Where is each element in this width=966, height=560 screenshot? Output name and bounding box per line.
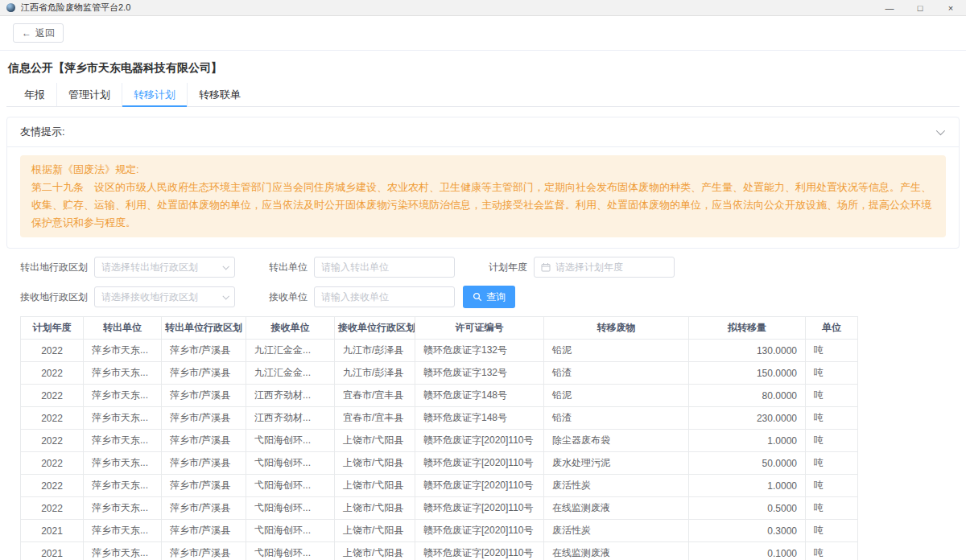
table-cell: 铅泥 (544, 385, 689, 407)
notice-panel: 友情提示: 根据新《固废法》规定: 第二十九条 设区的市级人民政府生态环境主管部… (6, 117, 960, 249)
table-cell: 萍乡市天东... (84, 340, 162, 362)
table-cell: 赣环危废证字148号 (415, 407, 544, 430)
tab-annual-report[interactable]: 年报 (13, 83, 56, 106)
in-region-label: 接收地行政区划 (20, 290, 88, 304)
table-cell: 江西齐劲材... (246, 407, 335, 430)
table-cell: 萍乡市/芦溪县 (162, 475, 246, 497)
in-region-placeholder: 请选择接收地行政区划 (101, 290, 223, 304)
transfer-plan-table: 计划年度 转出单位 转出单位行政区划 接收单位 接收单位行政区划 许可证编号 转… (20, 316, 857, 560)
in-unit-input-wrap (314, 286, 455, 307)
table-cell: 2021 (21, 542, 84, 560)
plan-year-datepicker[interactable]: 请选择计划年度 (534, 257, 675, 278)
table-cell: 萍乡市天东... (84, 385, 162, 407)
table-cell: 萍乡市天东... (84, 542, 162, 560)
table-cell: 吨 (806, 542, 858, 560)
table-cell: 废活性炭 (544, 475, 689, 497)
table-cell: 吨 (806, 520, 858, 542)
tab-management-plan[interactable]: 管理计划 (56, 83, 122, 106)
table-row: 2022萍乡市天东...萍乡市/芦溪县江西齐劲材...宜春市/宜丰县赣环危废证字… (21, 407, 858, 430)
table-row: 2022萍乡市天东...萍乡市/芦溪县江西齐劲材...宜春市/宜丰县赣环危废证字… (21, 385, 858, 407)
page-title: 信息公开【萍乡市天东电器科技有限公司】 (8, 60, 958, 75)
table-cell: 萍乡市/芦溪县 (162, 407, 246, 430)
table-cell: 萍乡市天东... (84, 520, 162, 542)
table-cell: 在线监测废液 (544, 497, 689, 520)
table-cell: 弋阳海创环... (246, 542, 335, 560)
calendar-icon (541, 262, 551, 272)
out-region-select[interactable]: 请选择转出地行政区划 (94, 257, 235, 278)
table-cell: 2021 (21, 520, 84, 542)
filter-row-1: 转出地行政区划 请选择转出地行政区划 转出单位 计划年度 请选择计划年度 (20, 257, 966, 278)
out-region-placeholder: 请选择转出地行政区划 (101, 261, 223, 274)
notice-box: 根据新《固废法》规定: 第二十九条 设区的市级人民政府生态环境主管部门应当会同住… (20, 155, 946, 237)
table-cell: 九江市/彭泽县 (335, 362, 415, 385)
table-cell: 150.0000 (689, 362, 806, 385)
tab-transfer-plan[interactable]: 转移计划 (122, 83, 187, 106)
col-header: 拟转移量 (689, 317, 806, 340)
table-cell: 2022 (21, 497, 84, 520)
table-cell: 上饶市/弋阳县 (335, 452, 415, 475)
filter-row-2: 接收地行政区划 请选择接收地行政区划 接收单位 查询 (20, 286, 966, 308)
table-cell: 萍乡市/芦溪县 (162, 520, 246, 542)
table-cell: 赣环危废证字132号 (415, 340, 544, 362)
notice-paragraph: 第二十九条 设区的市级人民政府生态环境主管部门应当会同住房城乡建设、农业农村、卫… (31, 179, 935, 232)
chevron-down-icon (222, 293, 229, 299)
table-row: 2021萍乡市天东...萍乡市/芦溪县弋阳海创环...上饶市/弋阳县赣环危废证字… (21, 542, 858, 560)
table-cell: 废水处理污泥 (544, 452, 689, 475)
close-icon[interactable]: × (935, 0, 966, 15)
table-cell: 0.5000 (689, 497, 806, 520)
search-icon (473, 292, 482, 302)
out-unit-label: 转出单位 (269, 261, 308, 274)
table-cell: 上饶市/弋阳县 (335, 520, 415, 542)
table-cell: 萍乡市/芦溪县 (162, 385, 246, 407)
table-cell: 2022 (21, 452, 84, 475)
back-button[interactable]: ← 返回 (13, 23, 64, 43)
notice-line1: 根据新《固废法》规定: (31, 161, 935, 179)
table-row: 2022萍乡市天东...萍乡市/芦溪县九江汇金金...九江市/彭泽县赣环危废证字… (21, 340, 858, 362)
table-cell: 萍乡市天东... (84, 475, 162, 497)
table-cell: 上饶市/弋阳县 (335, 542, 415, 560)
search-button-label: 查询 (486, 290, 506, 304)
in-unit-input[interactable] (321, 291, 448, 303)
table-cell: 废活性炭 (544, 520, 689, 542)
table-cell: 1.0000 (689, 475, 806, 497)
col-header: 接收单位 (246, 317, 335, 340)
filter-form: 转出地行政区划 请选择转出地行政区划 转出单位 计划年度 请选择计划年度 接收地… (20, 257, 966, 308)
in-region-select[interactable]: 请选择接收地行政区划 (94, 286, 235, 307)
col-header: 计划年度 (21, 317, 84, 340)
back-toolbar: ← 返回 (0, 16, 966, 51)
minimize-icon[interactable]: — (874, 0, 905, 15)
titlebar: 江西省危险废物监管平台2.0 — □ × (0, 0, 966, 16)
table-body: 2022萍乡市天东...萍乡市/芦溪县九江汇金金...九江市/彭泽县赣环危废证字… (21, 340, 858, 560)
table-cell: 赣环危废证字[2020]110号 (415, 497, 544, 520)
table-row: 2021萍乡市天东...萍乡市/芦溪县弋阳海创环...上饶市/弋阳县赣环危废证字… (21, 520, 858, 542)
table-cell: 弋阳海创环... (246, 475, 335, 497)
table-cell: 0.1000 (689, 542, 806, 560)
tab-transfer-manifest[interactable]: 转移联单 (187, 83, 252, 106)
table-cell: 弋阳海创环... (246, 497, 335, 520)
out-unit-input[interactable] (321, 261, 448, 273)
table-cell: 赣环危废证字[2020]110号 (415, 452, 544, 475)
table-cell: 萍乡市天东... (84, 430, 162, 452)
table-cell: 2022 (21, 407, 84, 430)
table-cell: 上饶市/弋阳县 (335, 497, 415, 520)
table-cell: 宜春市/宜丰县 (335, 385, 415, 407)
table-cell: 2022 (21, 362, 84, 385)
table-cell: 弋阳海创环... (246, 430, 335, 452)
notice-collapse-header[interactable]: 友情提示: (7, 117, 959, 147)
in-unit-label: 接收单位 (269, 290, 308, 304)
maximize-icon[interactable]: □ (905, 0, 935, 15)
table-cell: 吨 (806, 452, 858, 475)
col-header: 转移废物 (544, 317, 689, 340)
table-cell: 萍乡市/芦溪县 (162, 497, 246, 520)
table-row: 2022萍乡市天东...萍乡市/芦溪县弋阳海创环...上饶市/弋阳县赣环危废证字… (21, 475, 858, 497)
col-header: 转出单位行政区划 (162, 317, 246, 340)
table-cell: 萍乡市天东... (84, 407, 162, 430)
search-button[interactable]: 查询 (463, 286, 515, 308)
table-cell: 赣环危废证字[2020]110号 (415, 542, 544, 560)
out-region-label: 转出地行政区划 (20, 261, 88, 274)
table-row: 2022萍乡市天东...萍乡市/芦溪县弋阳海创环...上饶市/弋阳县赣环危废证字… (21, 497, 858, 520)
table-cell: 80.0000 (689, 385, 806, 407)
table-row: 2022萍乡市天东...萍乡市/芦溪县弋阳海创环...上饶市/弋阳县赣环危废证字… (21, 430, 858, 452)
table-cell: 萍乡市/芦溪县 (162, 362, 246, 385)
table-cell: 萍乡市天东... (84, 452, 162, 475)
